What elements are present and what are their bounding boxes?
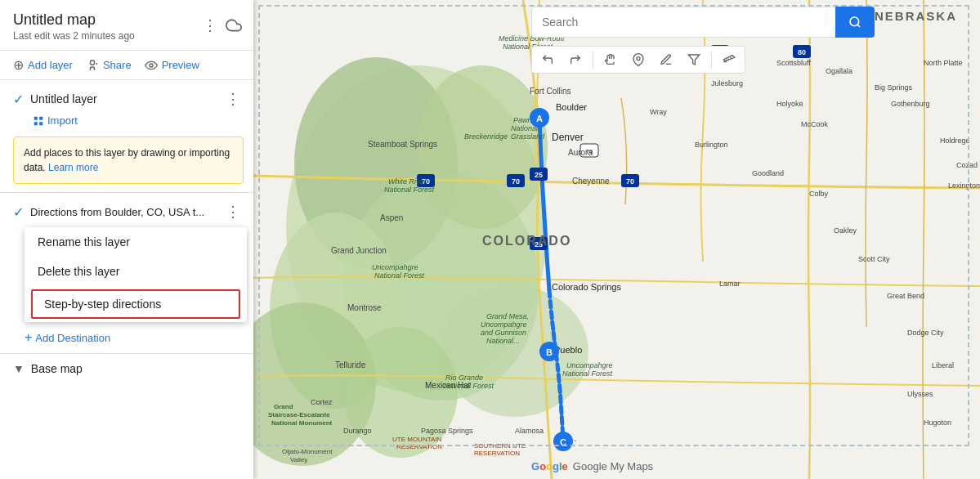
svg-text:Lamar: Lamar — [719, 280, 741, 288]
svg-text:Scottsbluff: Scottsbluff — [776, 59, 811, 67]
svg-text:Holyoke: Holyoke — [776, 100, 803, 108]
learn-more-link[interactable]: Learn more — [48, 162, 98, 173]
map-subtitle: Last edit was 2 minutes ago — [13, 30, 201, 42]
base-map-row[interactable]: ▼ Base map — [0, 353, 253, 383]
redo-icon — [569, 53, 582, 66]
svg-text:Staircase-Escalante: Staircase-Escalante — [268, 411, 330, 419]
svg-text:Valley: Valley — [290, 456, 307, 463]
svg-text:Ogallala: Ogallala — [826, 67, 852, 75]
marker-button[interactable] — [625, 49, 651, 70]
svg-text:Colby: Colby — [809, 190, 829, 198]
svg-point-109 — [850, 17, 859, 26]
svg-text:National Forest: National Forest — [444, 382, 494, 390]
directions-layer-more-button[interactable]: ⋮ — [222, 201, 244, 222]
draw-button[interactable] — [653, 49, 679, 70]
svg-text:Wray: Wray — [650, 108, 667, 116]
sidebar: Untitled map Last edit was 2 minutes ago… — [0, 0, 253, 479]
svg-rect-4 — [34, 116, 38, 119]
directions-layer-title: Directions from Boulder, CO, USA t... — [30, 206, 222, 218]
import-button[interactable]: Import — [0, 114, 78, 133]
svg-text:Cheyenne: Cheyenne — [572, 177, 610, 186]
cloud-icon — [226, 17, 242, 34]
svg-text:Aspen: Aspen — [380, 213, 403, 222]
mymaps-text: Google My Maps — [573, 460, 653, 472]
search-input[interactable] — [531, 7, 835, 38]
svg-text:Denver: Denver — [552, 132, 584, 143]
filter-icon — [687, 53, 700, 66]
svg-text:Grassland: Grassland — [511, 132, 545, 141]
svg-text:Colorado Springs: Colorado Springs — [552, 282, 621, 292]
pan-button[interactable] — [597, 49, 624, 70]
svg-text:RESERVATION: RESERVATION — [474, 450, 520, 457]
google-g: Google — [531, 460, 568, 472]
filter-button[interactable] — [681, 49, 707, 70]
add-destination-button[interactable]: + Add Destination — [0, 327, 123, 353]
add-layer-button[interactable]: ⊕ Add layer — [13, 57, 73, 73]
map-background[interactable]: 25 25 70 70 70 80 80 76 NEBRASKA COLORAD… — [253, 0, 980, 479]
svg-text:NEBRASKA: NEBRASKA — [875, 9, 957, 23]
redo-button[interactable] — [562, 49, 588, 70]
delete-layer-item[interactable]: Delete this layer — [25, 257, 247, 286]
map-title-block: Untitled map Last edit was 2 minutes ago — [13, 11, 201, 42]
untitled-layer-title: Untitled layer — [30, 92, 222, 105]
share-icon — [86, 59, 99, 72]
svg-text:80: 80 — [798, 48, 806, 56]
svg-text:and Gunnison: and Gunnison — [481, 329, 526, 337]
plus-icon: + — [25, 330, 32, 345]
svg-text:White River: White River — [388, 177, 427, 186]
ruler-icon — [723, 53, 736, 66]
svg-text:Grand Mesa,: Grand Mesa, — [486, 312, 529, 320]
svg-text:Pagosa Springs: Pagosa Springs — [421, 427, 473, 435]
svg-text:Big Springs: Big Springs — [875, 83, 913, 92]
svg-point-110 — [637, 57, 640, 60]
svg-text:Grand Junction: Grand Junction — [331, 246, 387, 255]
import-icon — [33, 115, 44, 127]
share-button[interactable]: Share — [86, 59, 132, 72]
svg-text:Burlington: Burlington — [695, 141, 728, 149]
svg-text:Lexington: Lexington — [948, 181, 980, 190]
map-title: Untitled map — [13, 11, 201, 29]
add-layer-icon: ⊕ — [13, 57, 24, 73]
collapse-icon: ▼ — [13, 362, 25, 375]
svg-text:Fort Collins: Fort Collins — [530, 87, 571, 96]
preview-button[interactable]: Preview — [145, 59, 199, 72]
context-menu: Rename this layer Delete this layer Step… — [25, 227, 247, 322]
untitled-layer-header: ✓ Untitled layer ⋮ — [0, 80, 253, 114]
svg-text:National Monument: National Monument — [271, 419, 333, 427]
svg-text:McCook: McCook — [801, 120, 829, 128]
svg-text:25: 25 — [535, 171, 543, 179]
more-options-button[interactable]: ⋮ — [201, 15, 219, 36]
svg-text:Rio Grande: Rio Grande — [445, 374, 483, 382]
svg-rect-7 — [39, 122, 43, 125]
step-by-step-item[interactable]: Step-by-step directions — [31, 289, 240, 319]
svg-text:North Platte: North Platte — [924, 59, 963, 67]
svg-marker-111 — [688, 55, 699, 65]
svg-text:Dodge City: Dodge City — [907, 329, 944, 337]
svg-rect-6 — [34, 122, 38, 125]
svg-text:RESERVATION: RESERVATION — [396, 443, 442, 450]
svg-text:C: C — [560, 437, 566, 447]
ruler-button[interactable] — [716, 49, 742, 70]
svg-text:Gothenburg: Gothenburg — [891, 100, 930, 108]
svg-text:Durango: Durango — [343, 427, 372, 435]
svg-text:UTE MOUNTAIN: UTE MOUNTAIN — [392, 436, 442, 443]
undo-icon — [541, 53, 554, 66]
cloud-save-button[interactable] — [224, 16, 244, 35]
untitled-layer-more-button[interactable]: ⋮ — [222, 88, 244, 110]
undo-button[interactable] — [535, 49, 561, 70]
add-destination-label: Add Destination — [35, 332, 110, 344]
toolbar-separator-2 — [711, 51, 712, 69]
search-button[interactable] — [835, 7, 875, 38]
svg-text:Uncompahgre: Uncompahgre — [481, 320, 527, 329]
layer-check-icon: ✓ — [13, 92, 24, 107]
svg-text:Liberal: Liberal — [932, 361, 954, 369]
svg-rect-5 — [39, 116, 43, 119]
svg-text:National Forest: National Forest — [374, 271, 425, 280]
draw-icon — [660, 53, 673, 66]
svg-text:SOUTHERN UTE: SOUTHERN UTE — [474, 442, 526, 450]
rename-layer-item[interactable]: Rename this layer — [25, 227, 247, 257]
svg-text:Telluride: Telluride — [335, 360, 366, 369]
svg-text:Cozad: Cozad — [956, 161, 978, 169]
svg-text:70: 70 — [626, 177, 634, 186]
directions-layer-header: ✓ Directions from Boulder, CO, USA t... … — [0, 192, 253, 227]
